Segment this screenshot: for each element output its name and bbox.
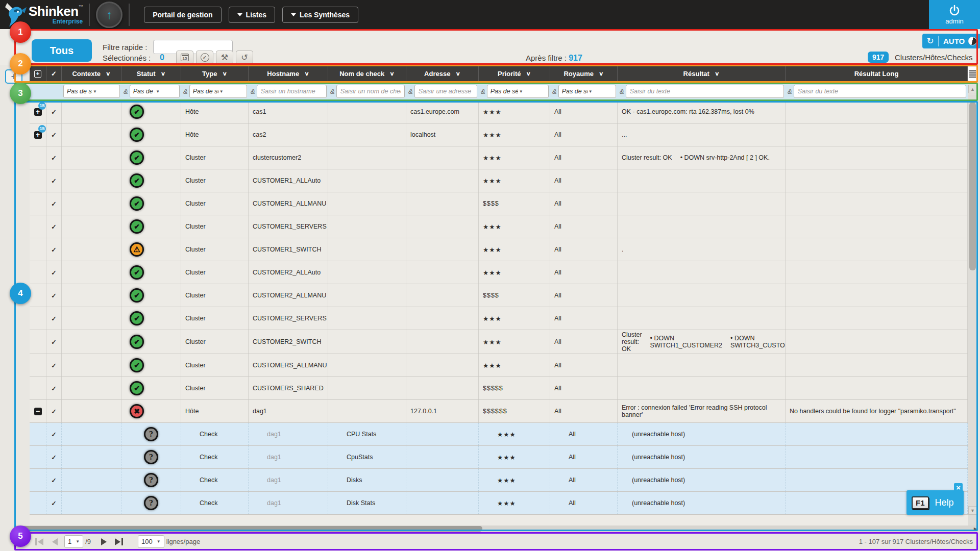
row-select-check-icon[interactable]: ✓ (46, 123, 62, 146)
half-moon-toggle-icon[interactable] (968, 37, 977, 45)
menu-les-syntheses[interactable]: Les Synthèses (282, 7, 358, 23)
table-row[interactable]: ✓ ? Check dag1 Disk Stats ★★★ All (unrea… (30, 492, 968, 515)
close-icon[interactable]: × (954, 483, 963, 492)
row-select-check-icon[interactable]: ✓ (46, 238, 62, 261)
row-select-check-icon[interactable]: ✓ (46, 261, 62, 284)
resultat-filter-input[interactable] (626, 85, 784, 98)
row-select-check-icon[interactable]: ✓ (46, 192, 62, 215)
row-select-check-icon[interactable]: ✓ (46, 169, 62, 192)
row-select-check-icon[interactable]: ✓ (46, 423, 62, 445)
header-hostname[interactable]: Hostname∨ (249, 65, 328, 82)
cell-hostname[interactable]: dag1 (249, 423, 328, 445)
table-row[interactable]: ✓ ✔ Cluster CUSTOMER1_ALLMANU $$$$ All (30, 192, 968, 215)
user-menu-admin[interactable]: admin (929, 0, 980, 29)
row-select-check-icon[interactable]: ✓ (46, 446, 62, 468)
header-check[interactable]: ✓ (46, 65, 62, 82)
check-name-filter-input[interactable] (336, 85, 405, 98)
page-select[interactable]: 1▼ (64, 535, 83, 548)
cell-hostname[interactable]: dag1 (249, 469, 328, 491)
tab-tous[interactable]: Tous (32, 39, 92, 62)
add-tab-button[interactable]: + (5, 69, 22, 84)
scroll-top-button[interactable]: ↑ (96, 2, 122, 28)
horizontal-scrollbar[interactable]: ▶ (15, 525, 978, 532)
row-select-check-icon[interactable]: ✓ (46, 377, 62, 399)
menu-portail-de-gestion[interactable]: Portail de gestion (144, 7, 221, 23)
header-royaume[interactable]: Royaume∨ (550, 65, 618, 82)
hostname-filter-input[interactable] (257, 85, 327, 98)
table-row[interactable]: ✓ ✔ Cluster CUSTOMER2_ALLMANU $$$$ All (30, 284, 968, 307)
horizontal-scrollbar-thumb[interactable] (15, 526, 482, 532)
first-page-button[interactable] (32, 536, 47, 548)
table-row[interactable]: ✓ ⚠ Cluster CUSTOMER1_SWITCH ★★★ All . (30, 238, 968, 261)
table-row[interactable]: ✓ ? Check dag1 CPU Stats ★★★ All (unreac… (30, 423, 968, 446)
help-popup[interactable]: × F1 Help (906, 490, 964, 515)
cell-hostname[interactable]: CUSTOMER1_SWITCH (249, 238, 328, 261)
scrollbar-up-button[interactable]: ▲ (968, 85, 977, 93)
header-statut[interactable]: Statut∨ (121, 65, 181, 82)
cell-hostname[interactable]: dag1 (249, 446, 328, 468)
downtime-calendar-button[interactable]: 15 (176, 51, 193, 64)
cell-hostname[interactable]: cas2 (249, 123, 328, 146)
header-select-all[interactable]: + (30, 65, 46, 82)
table-row[interactable]: − ✓ ✖ Hôte dag1 127.0.0.1 $$$$$$ All Err… (30, 400, 968, 423)
next-page-button[interactable] (96, 536, 111, 548)
table-row[interactable]: ✓ ✔ Cluster CUSTOMER1_SERVERS ★★★ All (30, 215, 968, 238)
statut-filter-select[interactable]: Pas de sélection▼ (130, 85, 180, 98)
scrollbar-down-button[interactable]: ▼ (968, 506, 977, 515)
table-row[interactable]: +15 ✓ ✔ Hôte cas1 cas1.europe.com ★★★ Al… (30, 101, 968, 123)
priorite-filter-select[interactable]: Pas de sélection▼ (487, 85, 549, 98)
row-select-check-icon[interactable]: ✓ (46, 215, 62, 238)
previous-page-button[interactable] (47, 536, 62, 548)
table-row[interactable]: ✓ ✔ Cluster CUSTOMER2_SWITCH ★★★ All Clu… (30, 330, 968, 354)
resultat-long-filter-input[interactable] (794, 85, 966, 98)
tools-button[interactable]: ⚒ (216, 51, 233, 64)
row-select-check-icon[interactable]: ✓ (46, 284, 62, 307)
cell-hostname[interactable]: CUSTOMERS_SHARED (249, 377, 328, 399)
last-page-button[interactable] (111, 536, 127, 548)
table-row[interactable]: ✓ ✔ Cluster clustercustomer2 ★★★ All Clu… (30, 146, 968, 169)
cell-hostname[interactable]: CUSTOMER1_ALLAuto (249, 169, 328, 192)
table-row[interactable]: ✓ ✔ Cluster CUSTOMER2_SERVERS ★★★ All (30, 307, 968, 330)
contexte-filter-select[interactable]: Pas de sélection▼ (63, 85, 120, 98)
cell-hostname[interactable]: CUSTOMER2_SERVERS (249, 307, 328, 330)
type-filter-select[interactable]: Pas de sélection▼ (189, 85, 247, 98)
header-resultat-long[interactable]: Résultat Long (786, 65, 968, 82)
cell-hostname[interactable]: dag1 (249, 400, 328, 422)
cell-hostname[interactable]: CUSTOMER1_ALLMANU (249, 192, 328, 215)
row-select-check-icon[interactable]: ✓ (46, 101, 62, 123)
header-type[interactable]: Type∨ (181, 65, 249, 82)
rows-per-page-select[interactable]: 100▼ (138, 535, 164, 548)
columns-menu-button[interactable] (968, 67, 977, 81)
address-filter-input[interactable] (414, 85, 477, 98)
brand-logo[interactable]: Shinken™ Enterprise (0, 2, 83, 28)
table-row[interactable]: ✓ ? Check dag1 Disks ★★★ All (unreachabl… (30, 469, 968, 492)
row-select-check-icon[interactable]: ✓ (46, 330, 62, 354)
row-select-check-icon[interactable]: ✓ (46, 469, 62, 491)
row-select-check-icon[interactable]: ✓ (46, 354, 62, 377)
acknowledge-button[interactable]: ✓ (196, 51, 213, 64)
table-row[interactable]: ✓ ✔ Cluster CUSTOMERS_ALLMANU ★★★ All (30, 354, 968, 377)
cell-hostname[interactable]: CUSTOMER2_SWITCH (249, 330, 328, 354)
table-row[interactable]: ✓ ? Check dag1 CpuStats ★★★ All (unreach… (30, 446, 968, 469)
table-row[interactable]: +15 ✓ ✔ Hôte cas2 localhost ★★★ All ... (30, 123, 968, 146)
cell-hostname[interactable]: CUSTOMERS_ALLMANU (249, 354, 328, 377)
header-priorite[interactable]: Priorité∨ (479, 65, 550, 82)
row-select-check-icon[interactable]: ✓ (46, 400, 62, 422)
row-select-check-icon[interactable]: ✓ (46, 307, 62, 330)
cell-hostname[interactable]: dag1 (249, 492, 328, 514)
expand-toggle-icon[interactable]: − (34, 408, 42, 415)
cell-hostname[interactable]: clustercustomer2 (249, 146, 328, 169)
header-resultat[interactable]: Résultat∨ (618, 65, 786, 82)
cell-hostname[interactable]: CUSTOMER1_SERVERS (249, 215, 328, 238)
header-nom-de-check[interactable]: Nom de check∨ (328, 65, 406, 82)
cell-hostname[interactable]: CUSTOMER2_ALLMANU (249, 284, 328, 307)
row-select-check-icon[interactable]: ✓ (46, 492, 62, 514)
vertical-scrollbar-thumb[interactable] (969, 102, 976, 270)
royaume-filter-select[interactable]: Pas de sélection▼ (558, 85, 616, 98)
cell-hostname[interactable]: cas1 (249, 101, 328, 123)
scrollbar-right-button[interactable]: ▶ (974, 527, 977, 531)
vertical-scrollbar[interactable] (968, 94, 977, 525)
reset-selection-button[interactable]: ↺ (236, 51, 253, 64)
menu-listes[interactable]: Listes (229, 7, 275, 23)
table-row[interactable]: ✓ ✔ Cluster CUSTOMER1_ALLAuto ★★★ All (30, 169, 968, 192)
